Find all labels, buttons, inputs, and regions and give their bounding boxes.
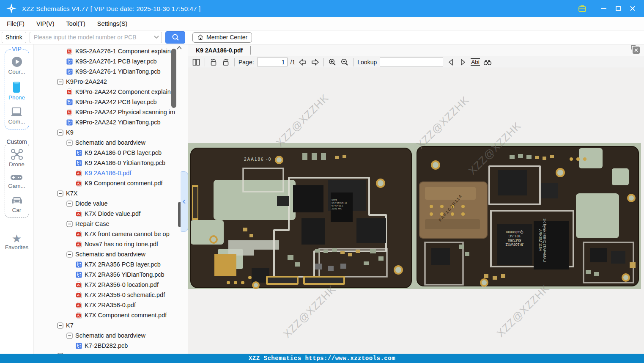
next-page-icon[interactable]	[310, 58, 320, 67]
tree-file-row[interactable]: K9 2AA186-0 PCB layer.pcb	[34, 148, 188, 158]
rail-item-computer[interactable]: Com...	[8, 107, 25, 125]
rail-item-drone[interactable]: Drone	[9, 148, 25, 168]
tree-file-row[interactable]: K9 2AA186-0.pdf	[34, 168, 188, 178]
collapse-icon[interactable]	[66, 201, 73, 207]
tree-file-row[interactable]: K7X Component comment.pdf	[34, 310, 188, 320]
search-button[interactable]	[165, 31, 185, 44]
tree-file-row[interactable]: K7X 2RA356 PCB layer.pcb	[34, 259, 188, 270]
find-next-icon[interactable]	[458, 58, 468, 67]
tree-file-row[interactable]: K7X Diode value.pdf	[34, 209, 188, 219]
favorites-item[interactable]: ★ Favorites	[5, 233, 29, 250]
close-documents-icon[interactable]	[633, 47, 640, 54]
shrink-button[interactable]: Shrink	[2, 32, 26, 43]
find-previous-icon[interactable]	[446, 58, 455, 67]
tree-item-label: K7-2BD282.pcb	[85, 341, 128, 351]
rotate-right-icon[interactable]	[221, 58, 230, 67]
tree-file-row[interactable]: K7-2BD282.pcb	[34, 341, 188, 351]
page-label: Page:	[238, 59, 254, 66]
collapse-icon[interactable]	[57, 129, 63, 136]
rotate-left-icon[interactable]	[209, 58, 218, 67]
tree-file-row[interactable]: K9S-2AA276-1 YiDianTong.pcb	[34, 66, 188, 77]
left-rail: VIP Cour... Phone Com...	[0, 44, 34, 354]
lookup-input[interactable]	[380, 58, 443, 66]
collapse-icon[interactable]	[57, 79, 63, 85]
tree-group-row[interactable]: K5	[34, 351, 188, 354]
tree-scrollbar-thumb[interactable]	[171, 49, 176, 108]
menu-settings[interactable]: Settings(S)	[97, 20, 128, 27]
collapse-icon[interactable]	[66, 140, 73, 146]
tree-item-label: K9S-2AA276-1 YiDianTong.pcb	[75, 66, 161, 77]
menu-file[interactable]: File(F)	[7, 20, 25, 27]
menu-tool[interactable]: Tool(T)	[66, 20, 85, 27]
scroll-up-arrow-icon[interactable]	[177, 46, 182, 50]
tree-file-row[interactable]: K9 Component comment.pdf	[34, 178, 188, 188]
two-page-view-icon[interactable]	[192, 58, 201, 67]
match-case-icon[interactable]: Abi	[471, 58, 480, 66]
menu-vip[interactable]: VIP(V)	[36, 20, 55, 27]
tree-file-row[interactable]: K9Pro-2AA242 Physical scanning im	[34, 107, 188, 117]
rail-item-phone[interactable]: Phone	[8, 81, 25, 101]
tree-file-row[interactable]: K9Pro-2AA242 PCB layer.pcb	[34, 97, 188, 107]
tree-file-row[interactable]: K7X 2RA356-0 schematic.pdf	[34, 290, 188, 300]
tree-item-label: Nova7 has no ring tone.pdf	[85, 239, 158, 249]
tree-item-label: K7X front camera cannot be op	[85, 229, 170, 239]
member-center-button[interactable]: Member Center	[192, 32, 252, 43]
search-combo[interactable]	[30, 32, 162, 43]
tree-group-row[interactable]: Schematic and boardview	[34, 330, 188, 341]
license-briefcase-icon[interactable]	[575, 3, 589, 14]
collapse-icon[interactable]	[66, 333, 73, 339]
pdf-file-icon	[76, 292, 82, 298]
close-button[interactable]	[625, 3, 640, 14]
tree-group-row[interactable]: Schematic and boardview	[34, 138, 188, 148]
tree-file-row[interactable]: K9Pro-2AA242 YiDianTong.pcb	[34, 117, 188, 127]
rail-item-game[interactable]: Gam...	[8, 173, 25, 189]
gamepad-icon	[10, 173, 23, 182]
pdf-viewer: K9 2AA186-0.pdf	[188, 44, 644, 354]
collapse-icon[interactable]	[66, 221, 73, 227]
collapse-icon[interactable]	[57, 322, 63, 329]
app-logo-icon	[6, 3, 17, 14]
pcb-photo-graphic	[188, 143, 641, 289]
maximize-button[interactable]	[611, 3, 625, 14]
collapse-icon[interactable]	[66, 251, 73, 258]
rail-item-course[interactable]: Cour...	[8, 56, 25, 75]
binoculars-icon[interactable]	[483, 58, 492, 67]
tree-file-row[interactable]: K9 2AA186-0 YiDianTong.pcb	[34, 158, 188, 168]
tree-file-row[interactable]: K7X front camera cannot be op	[34, 229, 188, 239]
zoom-in-icon[interactable]	[328, 58, 337, 67]
tree-group-row[interactable]: K7	[34, 320, 188, 330]
rail-item-label: Cour...	[8, 69, 25, 75]
tree-group-row[interactable]: K9	[34, 127, 188, 138]
tree-file-row[interactable]: K9Pro-2AA242 Component explain	[34, 87, 188, 97]
tree-group-row[interactable]: Repair Case	[34, 219, 188, 229]
pdf-page-area[interactable]: XZZ@XZZHK XZZ@XZZHK XZZ@XZZHK XZZ@XZZHK …	[188, 68, 644, 354]
tree-file-row[interactable]: K7X 2RA356-0 location.pdf	[34, 280, 188, 290]
page-number-input[interactable]	[257, 58, 288, 66]
document-tab[interactable]: K9 2AA186-0.pdf	[188, 44, 250, 56]
tree-group-row[interactable]: Schematic and boardview	[34, 249, 188, 259]
panel-collapse-handle[interactable]	[181, 171, 188, 232]
tree-file-row[interactable]: K9S-2AA276-1 Component explain	[34, 46, 188, 56]
rail-item-car[interactable]: Car	[10, 195, 24, 213]
custom-group-label: Custom	[5, 138, 28, 145]
tree-file-row[interactable]: K7X 2RA356 YiDianTong.pcb	[34, 270, 188, 280]
tree-file-row[interactable]: K9S-2AA276-1 PCB layer.pcb	[34, 56, 188, 66]
previous-page-icon[interactable]	[298, 58, 307, 67]
tree-group-row[interactable]: K7X	[34, 188, 188, 198]
watermark-text: XZZ@XZZHK	[280, 282, 340, 341]
tree-group-row[interactable]: Diode value	[34, 198, 188, 209]
minimize-button[interactable]	[597, 3, 611, 14]
collapse-icon[interactable]	[57, 190, 63, 197]
zoom-out-icon[interactable]	[340, 58, 349, 67]
pcb-board-photo: 2AA186 -0 Sky5SKY58095-11 6743411.12101 …	[188, 143, 641, 289]
lookup-label: Lookup	[357, 59, 377, 66]
watermark-text: XZZ@XZZHK	[273, 91, 332, 150]
drone-icon	[11, 148, 23, 160]
pcb-file-icon	[66, 99, 73, 105]
tree-file-row[interactable]: Nova7 has no ring tone.pdf	[34, 239, 188, 249]
tree-file-row[interactable]: K7X 2RA356-0.pdf	[34, 300, 188, 310]
tree-group-row[interactable]: K9Pro-2AA242	[34, 77, 188, 87]
chevron-down-icon[interactable]	[154, 36, 159, 39]
search-input[interactable]	[34, 34, 154, 41]
collapse-icon[interactable]	[57, 353, 63, 354]
